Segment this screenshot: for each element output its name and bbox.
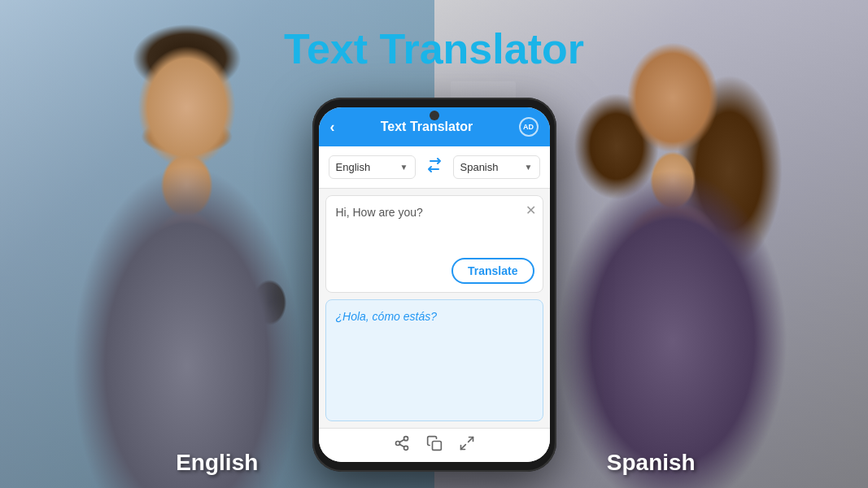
source-language-select[interactable]: English ▼ [329, 155, 416, 179]
swap-languages-button[interactable] [422, 155, 447, 180]
target-language-label: Spanish [460, 161, 499, 173]
svg-rect-5 [432, 442, 441, 451]
svg-line-3 [399, 444, 404, 447]
translate-row: Translate [326, 253, 543, 292]
copy-button[interactable] [426, 435, 443, 455]
output-area: ¿Hola, cómo estás? [325, 299, 543, 421]
share-button[interactable] [394, 435, 410, 455]
source-language-label: English [336, 161, 371, 173]
bottom-actions [319, 428, 550, 462]
language-bar: English ▼ Spanish ▼ [319, 146, 550, 189]
svg-line-7 [460, 445, 465, 450]
phone-container: ‹ Text Translator AD English ▼ [312, 98, 556, 472]
target-language-select[interactable]: Spanish ▼ [453, 155, 540, 179]
target-lang-arrow: ▼ [525, 163, 533, 172]
input-area: Hi, How are you? ✕ Translate [325, 195, 543, 293]
phone-frame: ‹ Text Translator AD English ▼ [312, 98, 556, 472]
phone-camera [430, 111, 439, 120]
phone-screen: ‹ Text Translator AD English ▼ [319, 107, 550, 462]
svg-line-4 [399, 439, 404, 442]
translated-text: ¿Hola, cómo estás? [326, 300, 543, 333]
app-title: Text Translator [335, 120, 519, 134]
expand-button[interactable] [459, 435, 475, 455]
page-title: Text Translator [284, 24, 584, 73]
ad-badge: AD [519, 117, 539, 137]
svg-line-6 [468, 438, 473, 442]
clear-button[interactable]: ✕ [526, 203, 536, 218]
translate-button[interactable]: Translate [451, 258, 534, 284]
source-text-input[interactable]: Hi, How are you? [326, 196, 543, 253]
source-lang-arrow: ▼ [400, 163, 408, 172]
